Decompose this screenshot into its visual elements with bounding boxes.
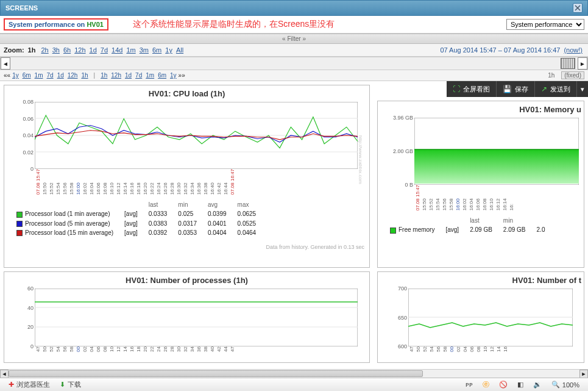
zoom-link-1y[interactable]: 1y [165,46,172,54]
close-icon [575,5,581,11]
zoom-icon: 🔍 [551,381,560,389]
zoom-bar: Zoom: 1h 2h3h6h12h1d7d14d1m3m6m1yAll 07 … [0,44,588,57]
content-area: HV01: CPU load (1h) http://www.zabbix.co… [0,81,588,367]
save-button[interactable]: 💾保存 [497,81,535,97]
slider-right-button[interactable]: ► [578,57,587,70]
mem-chart [414,118,579,185]
scrollbar-thumb[interactable] [9,370,423,377]
download-button[interactable]: ⬇下载 [60,380,81,389]
action-toolbar: ⛶全屏看图 💾保存 ↗发送到 ▾ [447,81,588,97]
svg-rect-4 [35,289,358,346]
nav-link-12h[interactable]: 12h [68,72,78,79]
sound-icon[interactable]: 🔉 [533,381,542,389]
zoom-link-6h[interactable]: 6h [63,46,71,54]
time-now-link[interactable]: (now!) [564,46,583,54]
nav-link-6m[interactable]: 6m [23,72,31,79]
slider-left-button[interactable]: ◄ [1,57,10,70]
proc-chart [35,289,358,346]
time-range: 07 Aug 2014 15:47 – 07 Aug 2014 16:47 (n… [440,46,584,54]
window-titlebar: SCREENS [0,0,588,16]
zoom-link-3m[interactable]: 3m [140,46,149,54]
cpu-legend-table: lastminavgmaxProcessor load (1 min avera… [10,199,262,238]
nav-link-1m[interactable]: 1m [146,72,154,79]
page-title-box: System performance on HV01 [4,18,108,30]
proxy-icon[interactable]: ᴘᴘ [466,381,473,389]
zoom-link-1m[interactable]: 1m [126,46,135,54]
svg-rect-10 [414,149,579,184]
nav-link-1d[interactable]: 1d [125,72,132,79]
nav-link-1h[interactable]: 1h [81,72,88,79]
window-title: SCREENS [5,4,38,12]
nav-back-icon: «« [4,72,10,79]
scroll-right-arrow[interactable]: ► [579,370,588,378]
close-button[interactable] [573,3,583,13]
nav-link-1m[interactable]: 1m [35,72,43,79]
send-icon: ↗ [541,85,547,93]
browser-doctor[interactable]: ✚浏览器医生 [9,380,50,389]
popup-icon[interactable]: ◧ [517,381,523,389]
mem-panel-title: HV01: Memory u [378,101,584,115]
nav-span-info: 1h [548,72,554,79]
sendto-dropdown[interactable]: ▾ [577,81,588,97]
zoom-link-2h[interactable]: 2h [41,46,48,54]
processes-panel: HV01: Number of processes (1h) 6040200 4… [4,271,370,363]
cpu-chart [35,102,358,169]
threads-panel: HV01: Number of t 700650600 475052545658… [377,271,584,363]
zoom-active: 1h [28,46,36,54]
scroll-left-arrow[interactable]: ◄ [0,370,9,378]
page-title-host: HV01 [87,21,104,28]
screen-select[interactable]: System performance [506,19,584,30]
nav-fixed-toggle[interactable]: (fixed) [561,71,584,79]
thread-chart [408,289,573,346]
slider-handle[interactable] [561,58,575,69]
thread-panel-title: HV01: Number of t [378,272,584,286]
page-title-prefix: System performance on [9,21,87,28]
proc-panel-title: HV01: Number of processes (1h) [4,272,369,286]
zoom-label: Zoom: [4,46,24,54]
nav-link-1h[interactable]: 1h [101,72,107,79]
ie-mode-icon[interactable]: ⓔ [483,380,489,389]
save-icon: 💾 [503,85,512,93]
time-slider[interactable]: ◄ ► [0,57,588,70]
nav-fwd-icon: »» [179,72,185,79]
annotation-text: 这个系统性能显示屏是临时生成的，在Screens里没有 [133,19,335,30]
nav-link-7d[interactable]: 7d [47,72,54,79]
cpu-footer: Data from history. Generated in 0.13 sec [4,243,369,253]
fullscreen-icon: ⛶ [453,85,460,93]
download-icon: ⬇ [60,381,65,389]
mem-legend-table: lastminFree memory[avg]2.09 GB2.09 GB2.0 [384,215,551,235]
zoom-link-6m[interactable]: 6m [152,46,161,54]
nav-link-7d[interactable]: 7d [135,72,142,79]
time-to: 07 Aug 2014 16:47 [504,46,560,54]
sendto-button[interactable]: ↗发送到 [535,81,577,97]
zoom-link-3h[interactable]: 3h [52,46,60,54]
zoom-link-14d[interactable]: 14d [112,46,122,54]
header-row: System performance on HV01 这个系统性能显示屏是临时生… [0,16,588,34]
zoom-indicator[interactable]: 🔍100% [551,381,579,389]
block-icon[interactable]: 🚫 [499,381,508,389]
memory-panel: HV01: Memory u 3.96 GB2.00 GB0 B 07.08 1… [377,101,584,268]
zoom-link-1d[interactable]: 1d [90,46,97,54]
nav-link-6m[interactable]: 6m [158,72,166,79]
medical-icon: ✚ [9,381,14,389]
horizontal-scrollbar[interactable]: ◄ ► [0,369,588,378]
zoom-link-7d[interactable]: 7d [101,46,108,54]
time-from: 07 Aug 2014 15:47 [440,46,496,54]
nav-link-1y[interactable]: 1y [12,72,19,79]
watermark: http://www.zabbix.com [358,135,363,184]
zoom-link-All[interactable]: All [176,46,183,54]
nav-links-row: «« 1y6m1m7d1d12h1h | 1h12h1d7d1m6m1y »» … [0,70,588,81]
zoom-link-12h[interactable]: 12h [74,46,85,54]
cpu-panel-title: HV01: CPU load (1h) [4,85,369,99]
fullscreen-button[interactable]: ⛶全屏看图 [447,81,497,97]
nav-link-1y[interactable]: 1y [170,72,177,79]
cpu-load-panel: HV01: CPU load (1h) http://www.zabbix.co… [4,85,370,268]
nav-link-12h[interactable]: 12h [111,72,121,79]
browser-statusbar: ✚浏览器医生 ⬇下载 ᴘᴘ ⓔ 🚫 ◧ 🔉 🔍100% [0,378,588,391]
nav-link-1d[interactable]: 1d [57,72,64,79]
filter-bar[interactable]: « Filter » [0,34,588,44]
